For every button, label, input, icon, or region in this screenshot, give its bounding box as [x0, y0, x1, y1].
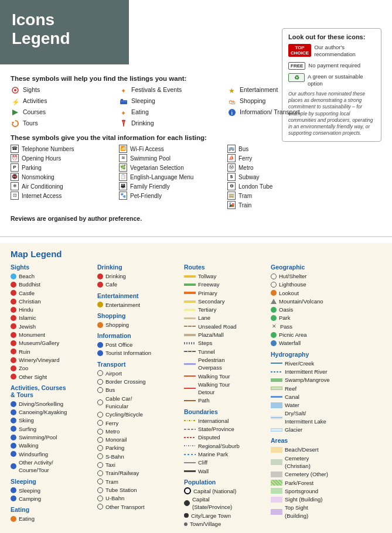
information-section-title: Information — [97, 332, 179, 339]
trans-cycling: Cycling/Bicycle — [97, 411, 179, 418]
vital-empty2 — [119, 201, 227, 209]
unsealed-line — [184, 326, 196, 327]
transport-section-title: Transport — [97, 361, 179, 368]
geo-hut: Hut/Shelter — [271, 272, 353, 280]
trans-other: Other Transport — [97, 503, 179, 511]
monument-dot — [11, 332, 16, 338]
sight-area — [271, 497, 282, 503]
act-canoeing: Canoeing/Kayaking — [11, 408, 93, 416]
act-diving: Diving/Snorkelling — [11, 400, 93, 408]
glacier-area — [271, 428, 282, 432]
vital-veg: 🌿 Vegetarian Selection — [119, 163, 227, 172]
sights-section-title: Sights — [11, 264, 93, 271]
symbols-section: Look out for these icons: TOPCHOICE Our … — [0, 75, 392, 230]
intermittent-line — [271, 371, 282, 373]
swimming-dot — [11, 435, 16, 440]
sleeping-section-title: Sleeping — [11, 478, 93, 485]
eating-section-title: Eating — [11, 506, 93, 513]
tertiary-line — [184, 309, 196, 311]
area-topsight: Top Sight(Building) — [271, 504, 353, 520]
hydro-intermittent: Intermittent River — [271, 368, 353, 375]
sportsground-area — [271, 488, 282, 494]
town-symbol — [184, 522, 188, 526]
sight-other: Other Sight — [11, 373, 93, 381]
ferry-label: Ferry — [238, 155, 252, 162]
trans-bus: Bus — [97, 386, 179, 394]
sleep-sleeping: Sleeping — [11, 487, 93, 494]
area-parkforest: Park/Forest — [271, 479, 353, 487]
legend-col-4: Geographic Hut/Shelter Lighthouse Lookou… — [271, 264, 357, 528]
symbol-information: i Information/ Transport — [227, 108, 336, 117]
wall-line — [184, 470, 196, 472]
beach-dot — [11, 274, 16, 279]
geo-waterfall: Waterfall — [271, 339, 353, 347]
bound-state: State/Province — [184, 425, 266, 433]
trans-metro: Metro — [97, 428, 179, 435]
regional-line — [184, 445, 196, 446]
svg-text:✦: ✦ — [121, 110, 126, 117]
sight-buddhist: Buddhist — [11, 281, 93, 288]
pop-town: Town/Village — [184, 520, 266, 528]
primary-line — [184, 292, 196, 294]
sight-beach: Beach — [11, 272, 93, 280]
tours-label: Tours — [23, 119, 38, 128]
festivals-icon: ✦ — [119, 86, 128, 95]
surfing-dot — [11, 426, 16, 432]
route-unsealed: Unsealed Road — [184, 323, 266, 330]
winery-dot — [11, 357, 16, 363]
drysalt-area — [271, 416, 282, 419]
pet-label: Pet-Friendly — [130, 192, 162, 200]
cafe-dot — [97, 282, 103, 288]
trans-ferry: Ferry — [97, 419, 179, 427]
symbol-entertainment: ★ Entertainment — [227, 86, 336, 95]
walking-dot — [11, 443, 16, 449]
act-walking: Walking — [11, 442, 93, 449]
water-area — [271, 402, 282, 408]
routes-section-title: Routes — [184, 264, 266, 271]
family-label: Family Friendly — [130, 183, 170, 190]
tube-dot — [97, 487, 103, 493]
skiing-dot — [11, 418, 16, 423]
area-cemetery-other: Cemetery (Other) — [271, 470, 353, 478]
vital-empty1 — [11, 201, 119, 209]
reef-area — [271, 387, 282, 390]
map-legend-section: Map Legend Sights Beach Buddhist Castle … — [0, 243, 392, 533]
sleeping-dot — [11, 487, 16, 493]
path-line — [184, 400, 196, 401]
route-plaza: Plaza/Mall — [184, 331, 266, 339]
ubahn-dot — [97, 496, 103, 501]
steps-line — [184, 342, 196, 344]
telephone-label: Telephone Numbers — [22, 145, 74, 153]
parking-label: Parking — [22, 164, 42, 172]
waterfall-dot — [271, 340, 277, 346]
top-choice-desc: Our author's recommendation — [314, 44, 375, 59]
cliff-line — [184, 462, 196, 463]
oasis-dot — [271, 307, 277, 313]
symbol-tours: Tours — [11, 119, 119, 128]
drink-cafe: Cafe — [97, 281, 179, 288]
sight-jewish: Jewish — [11, 323, 93, 330]
activities-section-title: Activities, Courses& Tours — [11, 384, 93, 398]
hydro-swamp: Swamp/Mangrove — [271, 376, 353, 384]
route-pedestrian: PedestrianOverpass — [184, 356, 266, 372]
trans-train: Train/Railway — [97, 469, 179, 477]
route-tertiary: Tertiary — [184, 306, 266, 313]
legend-col-3: Routes Tollway Freeway Primary Secondary… — [184, 264, 271, 528]
shopping-map-dot — [97, 322, 103, 328]
pass-icon: ✕ — [271, 323, 278, 330]
pop-state: Capital(State/Province) — [184, 496, 266, 511]
geo-picnic: Picnic Area — [271, 331, 353, 339]
vital-grid: ☎ Telephone Numbers 📶 Wi-Fi Access 🚌 Bus… — [11, 145, 381, 209]
bound-cliff: Cliff — [184, 459, 266, 466]
parkforest-area — [271, 480, 282, 486]
areas-section-title: Areas — [271, 437, 353, 444]
act-windsurfing: Windsurfing — [11, 450, 93, 458]
cable-dot — [97, 399, 103, 405]
bus-map-dot — [97, 387, 103, 393]
bound-marine: Marine Park — [184, 450, 266, 458]
vital-pool: ≋ Swimming Pool — [119, 154, 227, 162]
trans-monorail: Monorail — [97, 436, 179, 443]
hydro-reef: Reef — [271, 385, 353, 392]
toll-line — [184, 275, 196, 278]
lane-line — [184, 317, 196, 319]
